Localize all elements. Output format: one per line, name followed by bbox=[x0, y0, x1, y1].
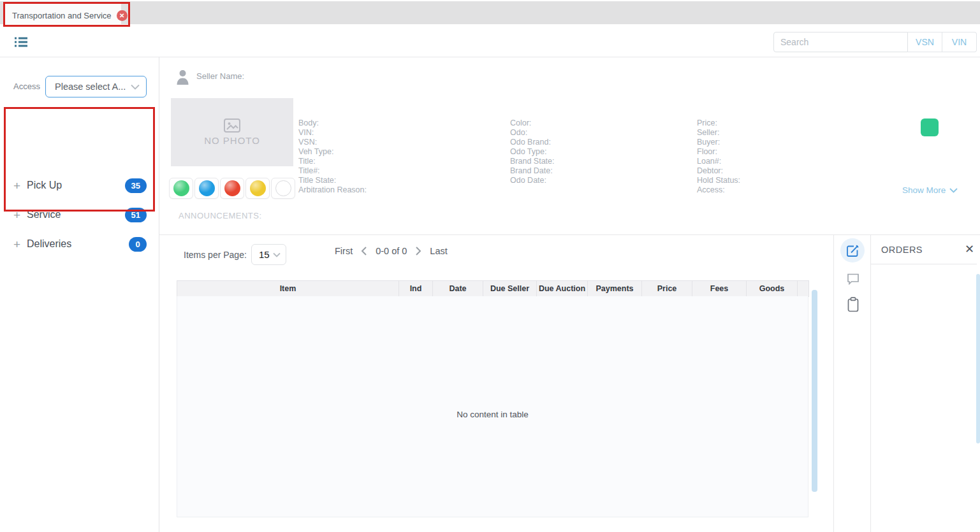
column-header-date[interactable]: Date bbox=[433, 281, 483, 297]
field-label: Access: bbox=[697, 185, 740, 195]
field-label: Odo Date: bbox=[510, 176, 555, 185]
color-yellow-button[interactable] bbox=[245, 178, 270, 199]
comments-button[interactable] bbox=[846, 271, 859, 287]
search-input[interactable] bbox=[773, 32, 908, 52]
sidebar-item-label: Service bbox=[27, 209, 61, 220]
field-label: Loan#: bbox=[697, 157, 740, 166]
clipboard-button[interactable] bbox=[846, 297, 859, 312]
tab-transportation-and-service[interactable]: Transportation and Service ✕ bbox=[5, 4, 121, 27]
show-more-link[interactable]: Show More bbox=[902, 185, 958, 195]
clipboard-icon bbox=[847, 297, 859, 312]
field-label: Seller: bbox=[697, 128, 740, 138]
tab-title: Transportation and Service bbox=[12, 11, 112, 20]
pagination-first-button[interactable]: First bbox=[335, 246, 353, 256]
tab-bar: Transportation and Service ✕ bbox=[0, 1, 980, 24]
color-white-button[interactable] bbox=[271, 178, 295, 199]
field-label: Odo Type: bbox=[510, 147, 555, 157]
orders-close-icon[interactable]: ✕ bbox=[965, 243, 974, 255]
field-label: VSN: bbox=[298, 138, 367, 147]
column-header-item[interactable]: Item bbox=[177, 281, 399, 297]
column-header-fees[interactable]: Fees bbox=[692, 281, 747, 297]
field-label: VIN: bbox=[298, 128, 367, 138]
column-header-due-auction[interactable]: Due Auction bbox=[537, 281, 588, 297]
no-photo-placeholder: NO PHOTO bbox=[171, 98, 293, 166]
comment-bubble-icon bbox=[847, 273, 859, 285]
tab-close-icon[interactable]: ✕ bbox=[117, 10, 128, 21]
chevron-left-icon[interactable] bbox=[361, 247, 367, 255]
color-blue-button[interactable] bbox=[194, 178, 219, 199]
list-menu-icon[interactable] bbox=[13, 34, 29, 50]
seller-name-label: Seller Name: bbox=[196, 69, 244, 81]
app-root: Transportation and Service ✕ VSN VIN Acc… bbox=[0, 0, 980, 532]
field-label: Brand State: bbox=[510, 157, 555, 166]
field-label: Title: bbox=[298, 157, 367, 166]
plus-icon[interactable]: + bbox=[13, 180, 27, 192]
pagination-last-button[interactable]: Last bbox=[430, 246, 447, 256]
blue-circle-icon bbox=[199, 180, 215, 196]
red-circle-icon bbox=[224, 180, 240, 196]
items-per-page-value: 15 bbox=[259, 249, 270, 260]
column-header-due-seller[interactable]: Due Seller bbox=[483, 281, 537, 297]
field-label: Arbitration Reason: bbox=[298, 185, 367, 195]
table-scrollbar[interactable] bbox=[812, 290, 817, 492]
seller-row: Seller Name: bbox=[176, 69, 244, 86]
field-label: Debtor: bbox=[697, 166, 740, 176]
field-label: Title State: bbox=[298, 176, 367, 185]
field-label: Body: bbox=[298, 119, 367, 128]
chevron-down-icon bbox=[273, 252, 281, 257]
orders-panel-title: ORDERS bbox=[881, 245, 923, 255]
count-badge: 51 bbox=[125, 208, 147, 222]
chevron-right-icon[interactable] bbox=[415, 247, 421, 255]
rail-divider-right bbox=[870, 234, 871, 532]
pagination: First 0-0 of 0 Last bbox=[335, 244, 448, 258]
access-select[interactable]: Please select A... bbox=[45, 76, 147, 97]
sidebar-item-deliveries[interactable]: + Deliveries 0 bbox=[0, 233, 159, 255]
field-label: Color: bbox=[510, 119, 555, 128]
sidebar-item-service[interactable]: + Service 51 bbox=[0, 204, 159, 226]
plus-icon[interactable]: + bbox=[13, 238, 27, 250]
column-header-spacer bbox=[798, 281, 809, 297]
column-header-goods[interactable]: Goods bbox=[747, 281, 798, 297]
orders-table: Item Ind Date Due Seller Due Auction Pay… bbox=[177, 280, 808, 297]
field-label: Floor: bbox=[697, 147, 740, 157]
vsn-button[interactable]: VSN bbox=[908, 32, 942, 52]
table-empty-message: No content in table bbox=[177, 410, 808, 419]
status-color-square[interactable] bbox=[921, 119, 939, 136]
chevron-down-icon bbox=[131, 84, 140, 90]
edit-order-button[interactable] bbox=[840, 238, 865, 262]
column-header-payments[interactable]: Payments bbox=[588, 281, 642, 297]
vin-button-label: VIN bbox=[952, 37, 967, 47]
sidebar-item-pick-up[interactable]: + Pick Up 35 bbox=[0, 175, 159, 196]
items-per-page-label: Items per Page: bbox=[184, 250, 247, 260]
vsn-button-label: VSN bbox=[916, 37, 934, 47]
orders-header-divider bbox=[870, 264, 977, 264]
field-label: Odo: bbox=[510, 128, 555, 138]
sidebar: Access Please select A... + Pick Up 35 +… bbox=[0, 57, 159, 532]
items-per-page-select[interactable]: 15 bbox=[251, 244, 286, 265]
field-label: Brand Date: bbox=[510, 166, 555, 176]
image-icon bbox=[224, 119, 240, 133]
field-label: Hold Status: bbox=[697, 176, 740, 185]
edit-pencil-icon bbox=[846, 244, 859, 257]
access-label: Access bbox=[13, 82, 40, 91]
column-header-ind[interactable]: Ind bbox=[399, 281, 433, 297]
plus-icon[interactable]: + bbox=[13, 209, 27, 221]
sidebar-item-label: Deliveries bbox=[27, 238, 71, 250]
vehicle-fields-column-1: Body: VIN: VSN: Veh Type: Title: Title#:… bbox=[298, 119, 367, 195]
vin-button[interactable]: VIN bbox=[942, 32, 977, 52]
color-indicator-row bbox=[169, 178, 295, 199]
access-row: Access Please select A... bbox=[0, 76, 159, 97]
column-header-price[interactable]: Price bbox=[642, 281, 692, 297]
field-label: Veh Type: bbox=[298, 147, 367, 157]
orders-panel-scrollbar[interactable] bbox=[976, 274, 980, 443]
field-label: Odo Brand: bbox=[510, 138, 555, 147]
pagination-range-label: 0-0 of 0 bbox=[376, 246, 407, 256]
color-green-button[interactable] bbox=[169, 178, 193, 199]
table-header-row: Item Ind Date Due Seller Due Auction Pay… bbox=[177, 281, 809, 297]
count-badge: 0 bbox=[129, 237, 147, 252]
search-group: VSN VIN bbox=[773, 32, 977, 52]
rail-divider-left bbox=[833, 234, 834, 532]
chevron-down-icon bbox=[949, 188, 958, 193]
vehicle-fields-column-3: Price: Seller: Buyer: Floor: Loan#: Debt… bbox=[697, 119, 740, 195]
color-red-button[interactable] bbox=[220, 178, 244, 199]
